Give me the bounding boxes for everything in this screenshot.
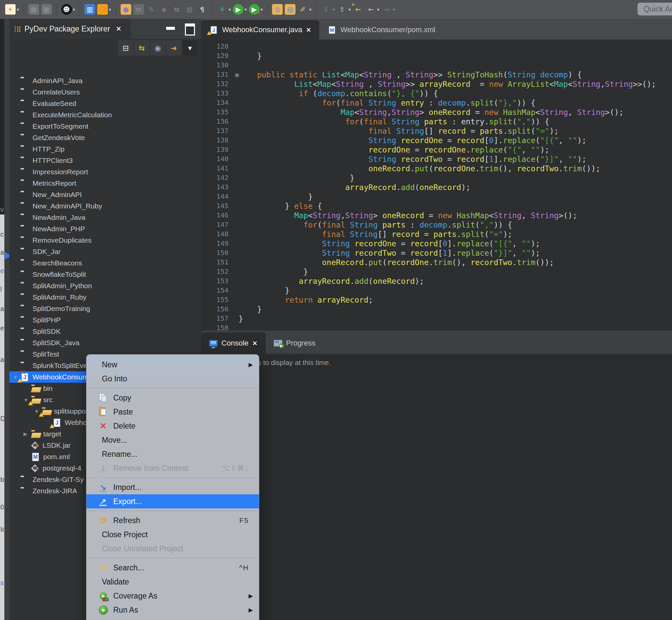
tree-item-correlateusers[interactable]: CorrelateUsers [9,87,201,98]
close-icon[interactable]: ✕ [306,26,311,34]
annotate-button[interactable]: ✐▾ [296,3,313,15]
tree-item-httpclient3[interactable]: HTTPClient3 [9,155,201,166]
tree-item-splitphp[interactable]: SplitPHP [9,314,201,326]
tree-item-splitdemotraining[interactable]: SplitDemoTraining [9,303,201,314]
menu-item-refresh[interactable]: RefreshF5 [87,513,259,527]
tree-item-evaluateseed[interactable]: EvaluateSeed [9,98,201,109]
menu-item-move[interactable]: Move... [87,433,259,447]
editor-tab-webhookconsumer-pom-xml[interactable]: MWebhookConsumer/pom.xml [319,20,443,40]
back-to-last-edit-button[interactable]: ←✳ [352,3,365,15]
tree-item-newadmin-php[interactable]: NewAdmin_PHP [9,223,201,235]
tree-item-newadmin-java[interactable]: NewAdmin_Java [9,212,201,223]
code-line: String recordOne = record[0].replace("[{… [238,136,672,146]
menu-item-new[interactable]: New▶ [87,358,259,372]
sketch-pen-button[interactable]: ✎ [145,3,158,15]
menu-item-label: Search... [113,563,144,572]
bug-report-icon [97,4,108,15]
tasks-button[interactable]: ▤ [284,3,296,15]
filters-icon[interactable]: ◉ [150,40,166,56]
tree-item-exporttosegment[interactable]: ExportToSegment [9,121,201,132]
outline-view-button[interactable]: ▤ [183,3,196,15]
focus-on-active-task-icon[interactable]: ➜ [166,40,181,56]
menu-item-delete[interactable]: Delete [87,419,259,433]
menu-item-run-as[interactable]: Run As▶ [87,603,259,617]
background-window-dark-strip [0,19,4,214]
menu-item-import[interactable]: Import... [87,480,259,494]
open-resource-button[interactable]: ◍ [271,3,284,15]
bug-report-button[interactable]: ▾ [96,3,112,15]
tree-item-searchbeacons[interactable]: SearchBeacons [9,257,201,269]
package-explorer-tool-button[interactable]: ◆ [158,3,170,15]
tree-item-new-adminapi-ruby[interactable]: New_AdminAPI_Ruby [9,200,201,212]
tree-item-snowflaketosplit[interactable]: SnowflakeToSplit [9,269,201,280]
save-button[interactable]: ▦ [27,3,40,15]
folder-blue-icon [20,168,30,176]
menu-item-search[interactable]: Search...^H [87,561,259,575]
code-editor[interactable]: 1281291301311321331341351361371381391401… [201,40,672,330]
compare-button[interactable]: ⇆ [170,3,183,15]
tree-item-splitsdk-java[interactable]: SplitSDK_Java [9,337,201,349]
eclipse-window: ✦▾▦▦☻▾▥▾●TC✎◆⇆▤¶✳▾▶▾▶▮▾◍▤✐▾⇩▾⇧▾←✳←▾→▾ Qu… [0,0,672,620]
menu-item-rename[interactable]: Rename... [87,447,259,461]
external-tools-button[interactable]: ▶▮▾ [248,3,264,15]
menu-item-coverage-as[interactable]: Coverage As▶ [87,589,259,603]
team-sync-button[interactable]: TC [132,3,145,15]
run-favorites-button[interactable]: ● [120,3,132,15]
code-line: final String[] record = parts.split("=")… [238,230,672,239]
menu-item-close-project[interactable]: Close Project [87,527,259,541]
link-with-editor-icon[interactable]: ⇆ [134,40,150,56]
tree-item-new-adminapi[interactable]: New_AdminAPI [9,189,201,200]
console-view-button[interactable]: ▥ [83,3,96,15]
show-whitespace-button[interactable]: ¶ [196,3,209,15]
console-tab-progress[interactable]: Progress [266,332,324,354]
code-line: final String[] record = parts.split("=")… [238,127,672,136]
line-number: 144 [201,192,234,202]
tree-item-http-zip[interactable]: HTTP_Zip [9,144,201,155]
menu-item-export[interactable]: Export... [87,494,259,508]
save-all-button[interactable]: ▦ [40,3,53,15]
view-menu-icon[interactable]: ▾ [182,40,198,56]
user-profile-button[interactable]: ☻▾ [60,3,76,15]
back-history-button[interactable]: ←▾ [365,3,381,15]
menu-item-copy[interactable]: Copy [87,391,259,405]
close-icon[interactable]: ✕ [116,25,122,33]
tree-item-splitadmin-python[interactable]: SplitAdmin_Python [9,280,201,292]
editor-tab-webhookconsumer-java[interactable]: JWebhookConsumer.java✕ [201,20,319,40]
maximize-button[interactable] [185,23,195,36]
import-items-button[interactable]: ⇩▾ [320,3,336,15]
menu-item-remove-from-context[interactable]: Remove from Context⌥⇧⌘↓ [87,461,259,475]
tree-item-adminapi-java[interactable]: AdminAPI_Java [9,75,201,87]
folder-open-icon [31,384,40,393]
tree-item-removeduplicates[interactable]: RemoveDuplicates [9,235,201,246]
quick-access-button[interactable]: Quick Access [637,3,672,15]
menu-item-label: Run As [113,606,138,615]
tree-item-impressionreport[interactable]: ImpressionReport [9,166,201,177]
run-button[interactable]: ▶▾ [232,3,248,15]
run-favorites-icon: ● [121,4,131,15]
export-items-button[interactable]: ⇧▾ [336,3,352,15]
close-icon[interactable]: ✕ [252,340,258,347]
tree-item-executemetriccalculation[interactable]: ExecuteMetricCalculation [9,109,201,121]
minimize-button[interactable] [166,27,175,30]
tree-item-metricsreport[interactable]: MetricsReport [9,177,201,189]
tree-item-splitadmin-ruby[interactable]: SplitAdmin_Ruby [9,292,201,303]
tree-item-splitsdk[interactable]: SplitSDK [9,326,201,337]
tree-item-getzendeskvote[interactable]: GetZendeskVote [9,132,201,144]
debug-beetle-button[interactable]: ✳▾ [216,3,232,15]
save-all-icon: ▦ [41,4,52,15]
menu-item-label: Copy [113,394,131,403]
expand-expander-icon[interactable]: ▶ [23,431,31,437]
tree-item-sdk-jar[interactable]: SDK_Jar [9,246,201,257]
menu-item-paste[interactable]: Paste [87,405,259,419]
forward-history-button[interactable]: →▾ [380,3,396,15]
tree-item-label: SplitSDK_Java [33,339,79,347]
menu-item-validate[interactable]: Validate [87,575,259,589]
menu-item-close-unrelated-project[interactable]: Close Unrelated Project [87,541,259,556]
collapse-all-icon[interactable]: ⊟ [118,40,133,56]
console-tab-console[interactable]: Console✕ [201,332,266,354]
tab-pydev-package-explorer[interactable]: PyDev Package Explorer ✕ [9,19,131,39]
tree-item-label: MetricsReport [33,179,76,187]
menu-item-go-into[interactable]: Go Into [87,372,259,386]
new-wizard-button[interactable]: ✦▾ [4,3,20,15]
line-number: 134 [201,99,234,108]
